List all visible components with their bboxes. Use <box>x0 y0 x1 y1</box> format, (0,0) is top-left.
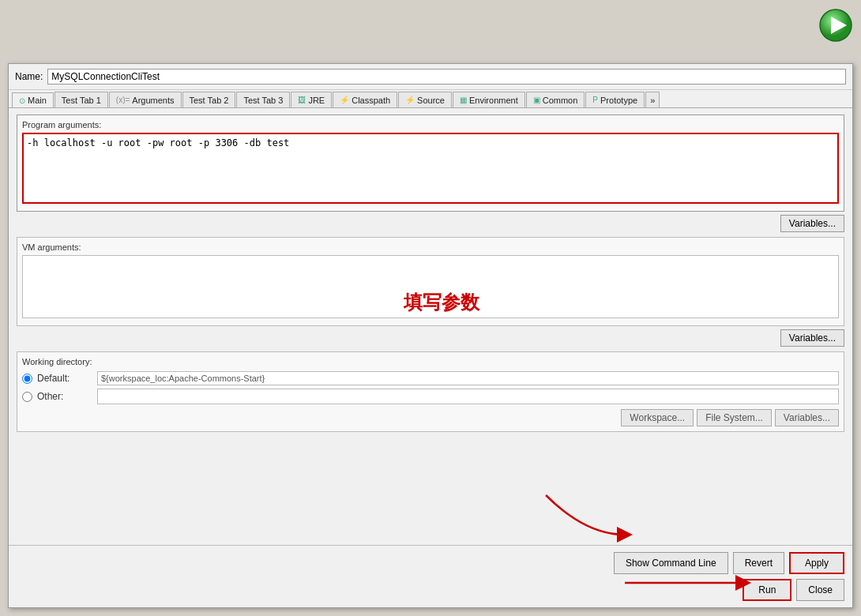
vm-arguments-label: VM arguments: <box>22 242 839 252</box>
apply-button[interactable]: Apply <box>789 552 844 574</box>
working-directory-label: Working directory: <box>22 357 839 366</box>
main-icon: ⊙ <box>19 96 25 105</box>
prototype-icon: P <box>592 96 598 104</box>
working-directory-buttons: Workspace... File System... Variables... <box>22 409 839 426</box>
program-args-variables-row: Variables... <box>17 215 844 232</box>
other-radio-label: Other: <box>37 391 92 402</box>
program-arguments-label: Program arguments: <box>22 120 839 130</box>
run-icon-top-right[interactable] <box>818 8 853 43</box>
arrow-to-run <box>672 571 751 595</box>
name-label: Name: <box>15 71 43 82</box>
bottom-bar: Show Command Line Revert Apply 点击运行 Run … <box>9 545 852 607</box>
default-radio-label: Default: <box>37 373 92 384</box>
program-arguments-input[interactable] <box>22 133 839 204</box>
args-icon: (x)= <box>116 96 130 104</box>
working-directory-section: Working directory: Default: Other: Works… <box>17 351 844 432</box>
arrow-to-apply <box>483 487 720 545</box>
tabs-bar: ⊙ Main Test Tab 1 (x)= Arguments Test Ta… <box>9 90 852 108</box>
default-dir-input[interactable] <box>97 371 839 385</box>
other-dir-input[interactable] <box>97 389 839 404</box>
common-icon: ▣ <box>533 96 540 104</box>
jre-icon: 🖼 <box>298 96 306 104</box>
close-button[interactable]: Close <box>796 579 844 601</box>
tabs-more-button[interactable]: » <box>645 92 660 107</box>
name-input[interactable] <box>47 69 846 85</box>
run-configuration-dialog: Name: ⊙ Main Test Tab 1 (x)= Arguments T… <box>8 63 853 608</box>
wd-variables-button[interactable]: Variables... <box>775 409 839 426</box>
vm-args-variables-row: Variables... <box>17 329 844 347</box>
tab-arguments[interactable]: (x)= Arguments <box>109 92 182 107</box>
other-radio-row: Other: <box>22 389 839 404</box>
program-arguments-section: Program arguments: <box>17 115 844 212</box>
vm-arguments-section: VM arguments: <box>17 237 844 326</box>
source-icon: ⚡ <box>405 96 415 104</box>
filesystem-button[interactable]: File System... <box>697 409 772 426</box>
default-radio-row: Default: <box>22 371 839 385</box>
tab-test-tab-2[interactable]: Test Tab 2 <box>182 92 236 107</box>
tab-environment[interactable]: ▦ Environment <box>453 92 525 107</box>
tab-test-tab-1[interactable]: Test Tab 1 <box>55 92 108 107</box>
tab-prototype[interactable]: P Prototype <box>585 92 645 107</box>
classpath-icon: ⚡ <box>340 96 349 104</box>
run-close-buttons: 点击运行 Run Close <box>17 579 844 601</box>
program-args-variables-button[interactable]: Variables... <box>780 215 844 232</box>
tab-common[interactable]: ▣ Common <box>526 92 585 107</box>
other-radio[interactable] <box>22 392 32 402</box>
content-area: Program arguments: 填写参数 Variables... VM … <box>9 108 852 545</box>
vm-args-variables-button[interactable]: Variables... <box>780 329 844 347</box>
tab-jre[interactable]: 🖼 JRE <box>291 92 332 107</box>
vm-arguments-input[interactable] <box>22 255 839 318</box>
tab-classpath[interactable]: ⚡ Classpath <box>333 92 397 107</box>
default-radio[interactable] <box>22 374 32 384</box>
tab-source[interactable]: ⚡ Source <box>398 92 452 107</box>
workspace-button[interactable]: Workspace... <box>621 409 694 426</box>
tab-main[interactable]: ⊙ Main <box>12 92 54 108</box>
tab-test-tab-3[interactable]: Test Tab 3 <box>236 92 290 107</box>
env-icon: ▦ <box>460 96 467 104</box>
name-row: Name: <box>9 64 852 90</box>
